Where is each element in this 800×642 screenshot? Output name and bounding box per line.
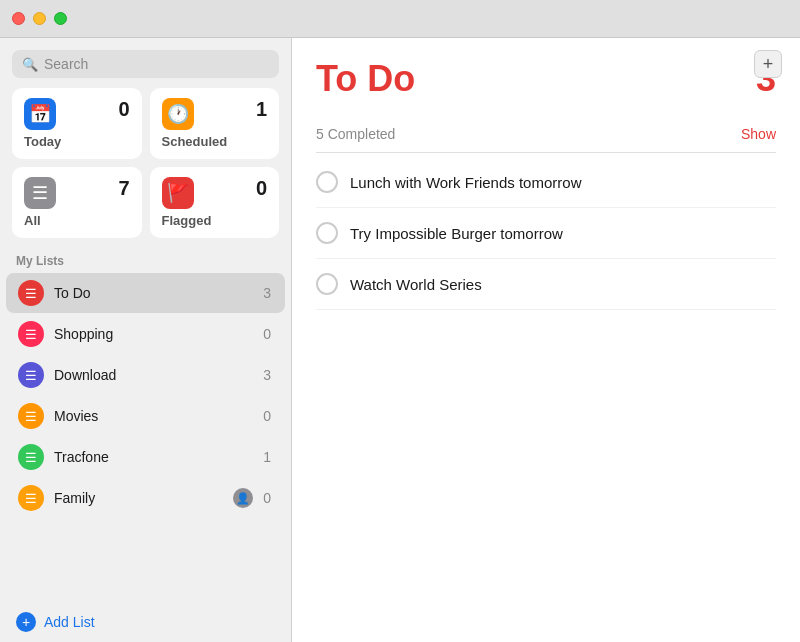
scheduled-icon: 🕐 (162, 98, 194, 130)
list-item-tracfone[interactable]: ☰ Tracfone 1 (6, 437, 285, 477)
traffic-lights (12, 12, 67, 25)
flagged-count: 0 (256, 177, 267, 200)
task-checkbox-3[interactable] (316, 273, 338, 295)
list-item-shopping[interactable]: ☰ Shopping 0 (6, 314, 285, 354)
list-badge-tracfone: 1 (263, 449, 271, 465)
today-count: 0 (118, 98, 129, 121)
scheduled-label: Scheduled (162, 134, 268, 149)
list-name-movies: Movies (54, 408, 253, 424)
task-text-2: Try Impossible Burger tomorrow (350, 225, 563, 242)
maximize-button[interactable] (54, 12, 67, 25)
list-name-tracfone: Tracfone (54, 449, 253, 465)
list-item-download[interactable]: ☰ Download 3 (6, 355, 285, 395)
task-checkbox-2[interactable] (316, 222, 338, 244)
add-list-button[interactable]: + Add List (0, 602, 291, 642)
smart-lists-grid: 📅 0 Today 🕐 1 Scheduled ☰ 7 All (0, 88, 291, 250)
task-text-1: Lunch with Work Friends tomorrow (350, 174, 581, 191)
show-completed-button[interactable]: Show (741, 126, 776, 142)
completed-row: 5 Completed Show (316, 116, 776, 153)
lists-container: ☰ To Do 3 ☰ Shopping 0 ☰ Download 3 ☰ Mo… (0, 272, 291, 602)
list-icon-tracfone: ☰ (18, 444, 44, 470)
list-item-family[interactable]: ☰ Family 👤 0 (6, 478, 285, 518)
completed-label: 5 Completed (316, 126, 395, 142)
main-content: + To Do 3 5 Completed Show Lunch with Wo… (292, 38, 800, 642)
list-name-download: Download (54, 367, 253, 383)
minimize-button[interactable] (33, 12, 46, 25)
today-label: Today (24, 134, 130, 149)
task-checkbox-1[interactable] (316, 171, 338, 193)
list-badge-todo: 3 (263, 285, 271, 301)
title-bar (0, 0, 800, 38)
my-lists-header: My Lists (0, 250, 291, 272)
flagged-label: Flagged (162, 213, 268, 228)
list-badge-download: 3 (263, 367, 271, 383)
task-item-2: Try Impossible Burger tomorrow (316, 208, 776, 259)
list-badge-movies: 0 (263, 408, 271, 424)
all-count: 7 (118, 177, 129, 200)
list-name-todo: To Do (54, 285, 253, 301)
list-name-family: Family (54, 490, 223, 506)
app-body: 🔍 Search 📅 0 Today 🕐 1 Scheduled (0, 38, 800, 642)
task-item-1: Lunch with Work Friends tomorrow (316, 157, 776, 208)
main-title: To Do (316, 58, 415, 100)
all-label: All (24, 213, 130, 228)
list-item-todo[interactable]: ☰ To Do 3 (6, 273, 285, 313)
shared-icon-family: 👤 (233, 488, 253, 508)
scheduled-count: 1 (256, 98, 267, 121)
search-bar[interactable]: 🔍 Search (12, 50, 279, 78)
list-item-movies[interactable]: ☰ Movies 0 (6, 396, 285, 436)
list-icon-download: ☰ (18, 362, 44, 388)
list-badge-shopping: 0 (263, 326, 271, 342)
all-icon: ☰ (24, 177, 56, 209)
flagged-icon: 🚩 (162, 177, 194, 209)
add-list-label: Add List (44, 614, 95, 630)
sidebar: 🔍 Search 📅 0 Today 🕐 1 Scheduled (0, 38, 292, 642)
search-placeholder: Search (44, 56, 88, 72)
list-badge-family: 0 (263, 490, 271, 506)
task-text-3: Watch World Series (350, 276, 482, 293)
list-icon-todo: ☰ (18, 280, 44, 306)
list-icon-family: ☰ (18, 485, 44, 511)
smart-card-flagged[interactable]: 🚩 0 Flagged (150, 167, 280, 238)
add-task-button[interactable]: + (754, 50, 782, 78)
today-icon: 📅 (24, 98, 56, 130)
list-icon-shopping: ☰ (18, 321, 44, 347)
list-icon-movies: ☰ (18, 403, 44, 429)
main-header: To Do 3 (316, 58, 776, 100)
list-name-shopping: Shopping (54, 326, 253, 342)
smart-card-today[interactable]: 📅 0 Today (12, 88, 142, 159)
close-button[interactable] (12, 12, 25, 25)
smart-card-scheduled[interactable]: 🕐 1 Scheduled (150, 88, 280, 159)
smart-card-all[interactable]: ☰ 7 All (12, 167, 142, 238)
search-icon: 🔍 (22, 57, 38, 72)
add-list-icon: + (16, 612, 36, 632)
task-item-3: Watch World Series (316, 259, 776, 310)
